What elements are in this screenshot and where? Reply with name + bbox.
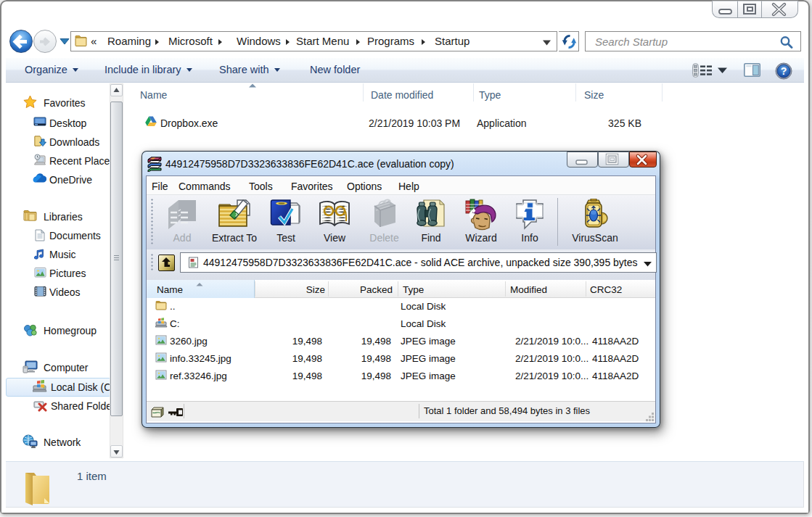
svg-text:?: ? bbox=[781, 65, 787, 77]
